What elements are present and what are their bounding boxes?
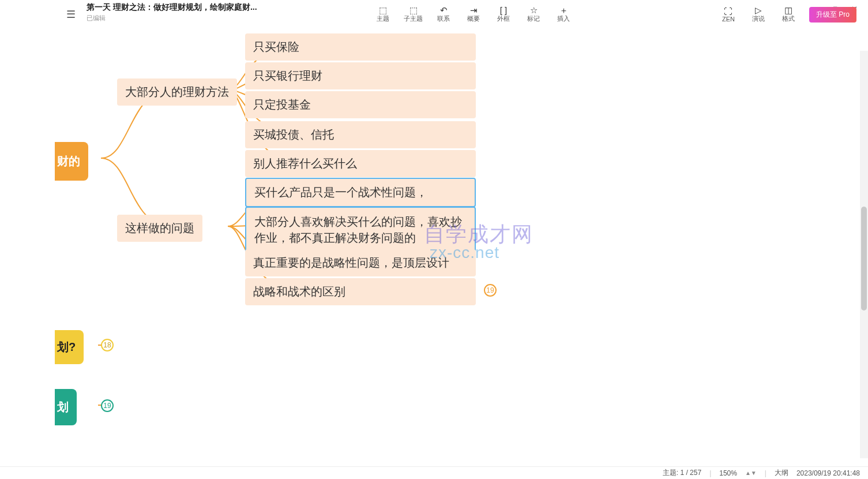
count-badge[interactable]: 18 (101, 339, 114, 351)
fullscreen-icon: ⛶ (724, 7, 732, 16)
watermark-url: zx-cc.net (430, 244, 499, 262)
branch-node[interactable]: 这样做的问题 (117, 215, 202, 242)
leaf-node[interactable]: 战略和战术的区别 (245, 278, 476, 305)
relation-button[interactable]: ↶联系 (434, 6, 453, 23)
present-button[interactable]: ▷演说 (749, 6, 768, 23)
vertical-scrollbar[interactable] (860, 51, 868, 458)
boundary-icon: [ ] (500, 6, 508, 14)
zen-button[interactable]: ⛶ZEN (719, 7, 738, 23)
document-title: 第一天 理财之法：做好理财规划，绘制家庭财... (87, 2, 257, 13)
insert-button[interactable]: ＋插入 (554, 6, 573, 23)
relation-icon: ↶ (440, 6, 448, 14)
document-status: 已编辑 (87, 14, 257, 23)
leaf-node[interactable]: 只买保险 (245, 33, 476, 61)
leaf-node[interactable]: 买城投债、信托 (245, 121, 476, 148)
topic-count-label: 主题: 1 / 257 (663, 468, 701, 478)
panel-icon: ◫ (784, 6, 792, 14)
yellow-node[interactable]: 划? (55, 330, 84, 364)
subtopic-icon: ⬚ (409, 6, 418, 14)
timestamp: 2023/09/19 20:41:48 (796, 469, 860, 477)
plus-icon: ＋ (559, 6, 568, 14)
marker-button[interactable]: ☆标记 (524, 6, 543, 23)
zoom-stepper[interactable]: ▲▼ (745, 470, 757, 476)
status-bar: 主题: 1 / 257 | 150% ▲▼ | 大纲 2023/09/19 20… (0, 466, 868, 479)
summary-button[interactable]: ⇥概要 (464, 6, 483, 23)
root-node[interactable]: 财的 (55, 142, 88, 181)
leaf-node[interactable]: 别人推荐什么买什么 (245, 150, 476, 177)
play-icon: ▷ (755, 6, 762, 14)
topic-button[interactable]: ⬚主题 (374, 6, 392, 23)
star-icon: ☆ (530, 6, 538, 14)
summary-icon: ⇥ (470, 6, 478, 14)
leaf-node-selected[interactable]: 买什么产品只是一个战术性问题， (245, 178, 476, 207)
main-toolbar: ⬚主题 ⬚子主题 ↶联系 ⇥概要 [ ]外框 ☆标记 ＋插入 (374, 6, 573, 23)
leaf-node[interactable]: 只买银行理财 (245, 62, 476, 89)
leaf-node[interactable]: 只定投基金 (245, 91, 476, 118)
count-badge[interactable]: 19 (101, 399, 114, 412)
mindmap-canvas[interactable]: 财的 大部分人的理财方法 只买保险 只买银行理财 只定投基金 买城投债、信托 别… (55, 25, 868, 469)
subtopic-button[interactable]: ⬚子主题 (404, 6, 423, 23)
boundary-button[interactable]: [ ]外框 (494, 6, 513, 23)
outline-toggle[interactable]: 大纲 (775, 468, 788, 478)
format-button[interactable]: ◫格式 (779, 6, 798, 23)
topic-icon: ⬚ (379, 6, 387, 14)
count-badge[interactable]: 19 (484, 284, 497, 297)
branch-node[interactable]: 大部分人的理财方法 (117, 78, 237, 106)
zoom-level[interactable]: 150% (719, 469, 737, 477)
teal-node[interactable]: 划 (55, 389, 77, 425)
upgrade-pro-button[interactable]: 升级至 Pro (809, 7, 856, 23)
